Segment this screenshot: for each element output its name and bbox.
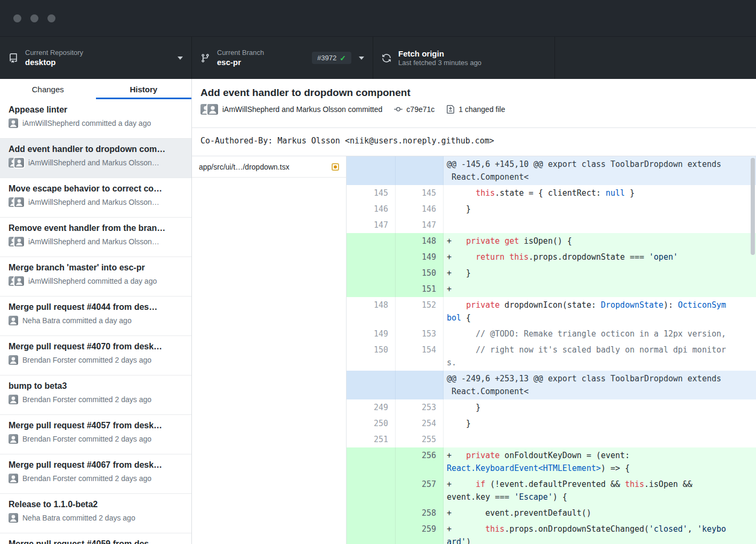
new-line-number: 258	[396, 505, 444, 521]
chevron-down-icon	[178, 57, 183, 60]
repository-picker-text: Current Repository desktop	[25, 49, 83, 68]
commit-sha-group: c79e71c	[394, 105, 435, 114]
commit-list-item[interactable]: Merge branch 'master' into esc-priAmWill…	[0, 257, 191, 297]
commit-item-meta: iAmWillShepherd and Markus Olsson…	[9, 237, 183, 246]
commit-list-item[interactable]: bump to beta3Brendan Forster committed 2…	[0, 375, 191, 415]
traffic-light-minimize[interactable]	[30, 14, 38, 22]
new-line-number: 253	[396, 399, 444, 415]
commit-list-item[interactable]: Remove event handler from the bran…iAmWi…	[0, 218, 191, 257]
diff-line-row[interactable]: 147147	[347, 217, 756, 233]
repository-label: Current Repository	[25, 49, 83, 57]
diff-line-row[interactable]: 148+ private get isOpen() {	[347, 233, 756, 249]
repository-picker[interactable]: Current Repository desktop	[0, 37, 192, 79]
old-line-number: 148	[347, 297, 396, 326]
added-line-sign: +	[447, 508, 456, 518]
fetch-origin-button[interactable]: Fetch origin Last fetched 3 minutes ago	[373, 37, 555, 79]
hunk-header: @@ -249,6 +253,13 @@ export class Toolba…	[444, 371, 756, 399]
new-line-number: 149	[396, 249, 444, 265]
old-line-number	[347, 233, 396, 249]
avatar-stack	[9, 158, 24, 167]
old-line-number: 251	[347, 431, 396, 447]
diff-line-row[interactable]: 149153 // @TODO: Remake triangle octicon…	[347, 326, 756, 342]
changed-files-count: 1 changed file	[459, 105, 505, 114]
commit-item-meta-text: iAmWillShepherd committed a day ago	[22, 119, 151, 127]
diff-line-row[interactable]: 149+ return this.props.dropdownState ===…	[347, 249, 756, 265]
new-line-number: 146	[396, 201, 444, 217]
code-line	[444, 217, 756, 233]
context-line-sign	[447, 300, 456, 310]
new-line-number: 257	[396, 476, 444, 505]
hunk-header: @@ -145,6 +145,10 @@ export class Toolba…	[444, 156, 756, 185]
commit-item-meta: Brendan Forster committed 2 days ago	[9, 355, 183, 365]
diff-line-row[interactable]: 148152 private dropdownIcon(state: Dropd…	[347, 297, 756, 326]
diff-line-row[interactable]: 250254 }	[347, 415, 756, 431]
code-line: }	[444, 415, 756, 431]
diff-rows: @@ -145,6 +145,10 @@ export class Toolba…	[347, 156, 756, 544]
commit-item-title: bump to beta3	[9, 381, 183, 391]
commit-list-item[interactable]: Merge pull request #4057 from desk…Brend…	[0, 415, 191, 454]
code-line: + event.preventDefault()	[444, 505, 756, 521]
file-row[interactable]: app/src/ui/t…/dropdown.tsx	[192, 156, 346, 178]
old-line-number	[347, 521, 396, 544]
diff-line-row[interactable]: 259+ this.props.onDropdownStateChanged('…	[347, 521, 756, 544]
commit-item-meta: iAmWillShepherd committed a day ago	[9, 276, 183, 286]
old-line-number	[347, 447, 396, 476]
avatar-stack	[9, 197, 24, 207]
repository-name: desktop	[25, 58, 83, 68]
commit-item-title: Merge pull request #4057 from desk…	[9, 421, 183, 430]
fetch-subtitle: Last fetched 3 minutes ago	[398, 59, 481, 67]
context-line-sign	[447, 188, 456, 198]
added-line-sign: +	[447, 524, 456, 534]
avatar	[9, 118, 18, 128]
code-line: + private onFoldoutKeyDown = (event: Rea…	[444, 447, 756, 476]
diff-line-row[interactable]: 258+ event.preventDefault()	[347, 505, 756, 521]
added-line-sign: +	[447, 252, 456, 262]
diff-line-row[interactable]: 151+	[347, 281, 756, 297]
commit-item-meta-text: Neha Batra committed 2 days ago	[22, 514, 135, 522]
avatar-stack	[9, 237, 24, 246]
commit-item-title: Merge pull request #4070 from desk…	[9, 342, 183, 351]
diff-line-row[interactable]: 249253 }	[347, 399, 756, 415]
commit-list-item[interactable]: Merge pull request #4044 from des…Neha B…	[0, 297, 191, 336]
old-line-number	[347, 371, 396, 399]
tab-changes[interactable]: Changes	[0, 79, 96, 99]
traffic-light-zoom[interactable]	[47, 14, 55, 22]
diff-line-row[interactable]: 145145 this.state = { clientRect: null }	[347, 185, 756, 201]
commit-item-meta-text: iAmWillShepherd and Markus Olsson…	[28, 237, 159, 246]
tab-history[interactable]: History	[96, 79, 192, 99]
diff-line-row[interactable]: 146146 }	[347, 201, 756, 217]
commit-item-meta: iAmWillShepherd and Markus Olsson…	[9, 197, 183, 207]
avatar-stack	[9, 395, 18, 404]
commit-item-meta-text: Brendan Forster committed 2 days ago	[22, 474, 151, 483]
avatar-stack	[9, 355, 18, 365]
commit-item-title: Add event handler to dropdown com…	[9, 145, 183, 154]
added-line-sign: +	[447, 451, 456, 460]
avatar-stack	[9, 118, 18, 128]
diff-line-row[interactable]: 150154 // right now it's scaled badly on…	[347, 342, 756, 371]
commit-item-meta: Brendan Forster committed 2 days ago	[9, 474, 183, 483]
branch-picker[interactable]: Current Branch esc-pr #3972 ✓	[192, 37, 373, 79]
commit-list-item[interactable]: Appease linteriAmWillShepherd committed …	[0, 99, 191, 139]
commit-list-item[interactable]: Release to 1.1.0-beta2Neha Batra committ…	[0, 494, 191, 533]
code-line: private dropdownIcon(state: DropdownStat…	[444, 297, 756, 326]
diff-line-row[interactable]: 150+ }	[347, 265, 756, 281]
commit-list-item[interactable]: Move escape behavior to correct co…iAmWi…	[0, 178, 191, 218]
traffic-light-close[interactable]	[13, 14, 21, 22]
diff-line-row[interactable]: 251255	[347, 431, 756, 447]
repo-icon	[9, 53, 18, 63]
commit-list-item[interactable]: Add event handler to dropdown com…iAmWil…	[0, 139, 191, 178]
commit-list-item[interactable]: Merge pull request #4059 from des…	[0, 533, 191, 544]
diff-view: @@ -145,6 +145,10 @@ export class Toolba…	[347, 156, 756, 544]
diff-line-row[interactable]: 257+ if (!event.defaultPrevented && this…	[347, 476, 756, 505]
commit-list-item[interactable]: Merge pull request #4070 from desk…Brend…	[0, 336, 191, 375]
added-line-sign: +	[447, 479, 456, 489]
context-line-sign	[447, 204, 456, 214]
context-line-sign	[447, 419, 456, 428]
commit-list-item[interactable]: Merge pull request #4067 from desk…Brend…	[0, 454, 191, 494]
new-line-number: 259	[396, 521, 444, 544]
avatar-stack	[9, 474, 18, 483]
diff-line-row[interactable]: 256+ private onFoldoutKeyDown = (event: …	[347, 447, 756, 476]
diff-scrollbar-thumb[interactable]	[751, 158, 755, 255]
commit-sha: c79e71c	[406, 105, 435, 114]
commit-item-meta: Neha Batra committed 2 days ago	[9, 513, 183, 523]
